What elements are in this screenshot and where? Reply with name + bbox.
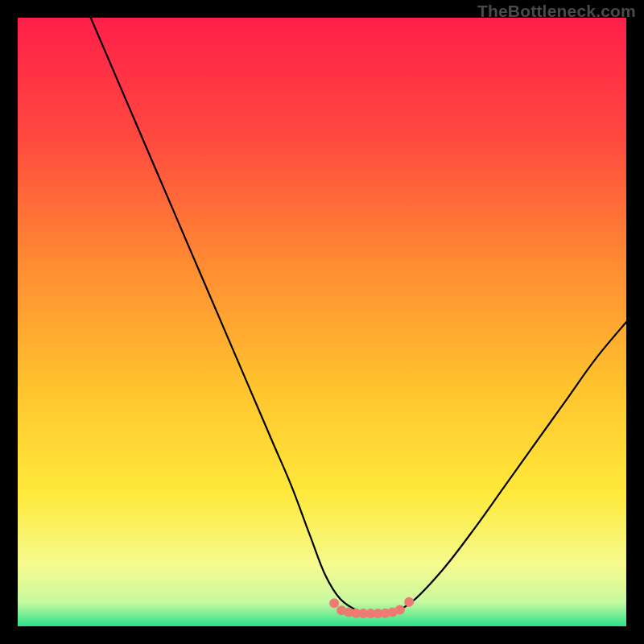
flat-region-dot: [395, 605, 405, 615]
flat-region-dot: [329, 598, 339, 608]
chart-outer-frame: TheBottleneck.com: [0, 0, 644, 644]
chart-svg: [18, 18, 626, 626]
chart-plot-area: [18, 18, 626, 626]
flat-region-dot: [404, 597, 414, 607]
chart-background-gradient: [18, 18, 626, 626]
